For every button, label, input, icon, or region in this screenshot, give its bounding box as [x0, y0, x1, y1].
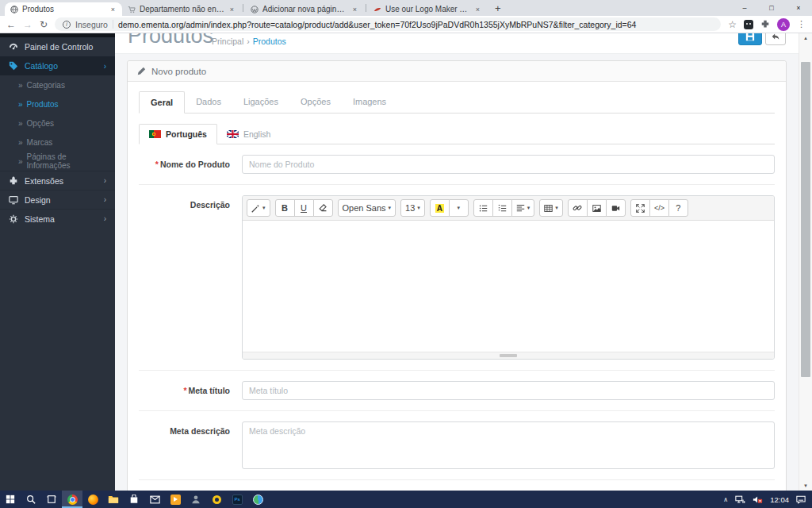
info-icon[interactable]: i: [63, 21, 71, 29]
back-button[interactable]: [765, 33, 786, 45]
sidebar-subitem-categorias[interactable]: » Categorias: [0, 75, 115, 94]
font-family-dropdown[interactable]: Open Sans ▾: [338, 199, 396, 217]
tab-close-icon[interactable]: ×: [109, 6, 117, 13]
meta-description-textarea[interactable]: [242, 421, 775, 469]
browser-tab-wordpress[interactable]: Adicionar nova página ‹ ementa ×: [245, 2, 364, 16]
insert-image-button[interactable]: [587, 199, 607, 217]
product-name-input[interactable]: [242, 155, 775, 174]
breadcrumb-home[interactable]: Principal: [212, 37, 243, 46]
tab-dados[interactable]: Dados: [185, 91, 232, 114]
new-tab-button[interactable]: +: [487, 2, 509, 14]
breadcrumb-current[interactable]: Produtos: [253, 37, 286, 46]
tab-close-icon[interactable]: ×: [228, 6, 236, 13]
sidebar-subitem-marcas[interactable]: » Marcas: [0, 133, 115, 152]
sidebar-item-dashboard[interactable]: Painel de Controlo: [0, 37, 115, 56]
tab-imagens[interactable]: Imagens: [342, 91, 397, 114]
sidebar-subitem-label: Páginas de Informações: [27, 152, 106, 170]
taskbar-app-yellow-button[interactable]: [206, 491, 227, 508]
browser-tab-produtos[interactable]: Produtos ×: [5, 2, 122, 16]
reload-icon[interactable]: ↻: [40, 19, 48, 30]
fullscreen-button[interactable]: [630, 199, 650, 217]
table-dropdown[interactable]: ▾: [539, 199, 563, 217]
address-bar[interactable]: i Inseguro demo.ementa.org/admin/index.p…: [55, 17, 721, 31]
tab-close-icon[interactable]: ×: [474, 6, 481, 13]
taskbar-firefox-button[interactable]: [82, 491, 103, 508]
editor-resize-bar[interactable]: [243, 352, 774, 359]
scrollbar-thumb[interactable]: [801, 62, 810, 377]
sidebar-item-label: Painel de Controlo: [25, 42, 93, 52]
tab-opcoes[interactable]: Opções: [289, 91, 342, 114]
browser-tab-departamento[interactable]: Departamento não encontrado! ×: [122, 2, 241, 16]
minimize-button[interactable]: –: [731, 0, 758, 16]
unordered-list-button[interactable]: [473, 199, 493, 217]
extension-icon[interactable]: [744, 20, 753, 29]
text-color-dropdown[interactable]: ▾: [449, 199, 469, 217]
taskbar-people-button[interactable]: [186, 491, 206, 508]
tray-expand-icon[interactable]: ∧: [723, 496, 728, 503]
panel-title: Novo produto: [151, 67, 206, 76]
volume-muted-icon[interactable]: [753, 495, 763, 504]
underline-button[interactable]: U: [294, 199, 314, 217]
ordered-list-button[interactable]: [492, 199, 512, 217]
action-center-icon[interactable]: [796, 495, 806, 504]
bookmark-star-icon[interactable]: ☆: [728, 19, 737, 30]
chrome-icon: [67, 495, 78, 505]
globe-favicon: [10, 6, 18, 13]
meta-title-input[interactable]: [242, 381, 775, 400]
insert-video-button[interactable]: [606, 199, 626, 217]
caret-down-icon: ▾: [417, 205, 420, 211]
browser-toolbar: ← → ↻ i Inseguro demo.ementa.org/admin/i…: [0, 16, 812, 33]
insert-link-button[interactable]: [568, 199, 588, 217]
tab-english[interactable]: English: [217, 124, 280, 144]
tab-geral[interactable]: Geral: [139, 91, 185, 114]
color-swatch: A: [435, 204, 444, 213]
tab-portugues[interactable]: Português: [139, 124, 217, 144]
taskbar-clock[interactable]: 12:04: [770, 495, 789, 504]
sidebar-subitem-produtos[interactable]: » Produtos: [0, 94, 115, 114]
start-button[interactable]: [0, 491, 21, 508]
tab-ligacoes[interactable]: Ligações: [232, 91, 289, 114]
browser-menu-icon[interactable]: ⋮: [797, 19, 806, 29]
language-tab-label: English: [243, 129, 270, 139]
caret-down-icon: ▾: [458, 205, 461, 211]
tab-close-icon[interactable]: ×: [351, 6, 358, 13]
paragraph-align-dropdown[interactable]: ▾: [511, 199, 535, 217]
page-scrollbar[interactable]: ▲ ▼: [799, 33, 812, 491]
taskbar-films-button[interactable]: [165, 491, 186, 508]
profile-avatar[interactable]: A: [777, 18, 790, 31]
editor-content-area[interactable]: [243, 221, 774, 352]
bold-button[interactable]: B: [275, 199, 295, 217]
network-icon[interactable]: [735, 495, 745, 504]
save-button[interactable]: [738, 33, 762, 45]
clear-format-button[interactable]: [313, 199, 333, 217]
link-icon: [573, 203, 582, 213]
text-color-button[interactable]: A: [430, 199, 450, 217]
scroll-up-icon[interactable]: ▲: [799, 36, 812, 40]
style-dropdown-button[interactable]: ▾: [247, 199, 270, 217]
extensions-puzzle-icon[interactable]: [760, 20, 770, 29]
sidebar-subitem-paginas-informacoes[interactable]: » Páginas de Informações: [0, 152, 115, 171]
sidebar-item-catalog[interactable]: Catálogo ›: [0, 56, 115, 75]
sidebar-subitem-opcoes[interactable]: » Opções: [0, 114, 115, 133]
meta-description-label: Meta descrição: [139, 421, 242, 469]
taskbar-ps-button[interactable]: Ps: [227, 491, 247, 508]
maximize-button[interactable]: □: [758, 0, 785, 16]
back-nav-icon[interactable]: ←: [6, 19, 16, 30]
taskbar-mail-button[interactable]: [144, 491, 165, 508]
sidebar-item-extensions[interactable]: Extensões ›: [0, 171, 115, 190]
help-button[interactable]: ?: [668, 199, 688, 217]
numbered-list-icon: [498, 204, 507, 213]
taskbar-globe-button[interactable]: [247, 491, 268, 508]
taskbar-explorer-button[interactable]: [103, 491, 124, 508]
close-button[interactable]: ×: [785, 0, 812, 16]
code-view-button[interactable]: </>: [649, 199, 669, 217]
sidebar-item-system[interactable]: Sistema ›: [0, 209, 115, 228]
taskbar-chrome-button[interactable]: [62, 491, 82, 508]
taskbar-store-button[interactable]: [124, 491, 144, 508]
task-view-button[interactable]: [41, 491, 62, 508]
taskbar-search-button[interactable]: [21, 491, 41, 508]
browser-tab-logomaker[interactable]: Use our Logo Maker Today and F ×: [368, 2, 487, 16]
font-size-dropdown[interactable]: 13 ▾: [400, 199, 425, 217]
sidebar-item-design[interactable]: Design ›: [0, 190, 115, 209]
scroll-down-icon[interactable]: ▼: [799, 483, 812, 488]
